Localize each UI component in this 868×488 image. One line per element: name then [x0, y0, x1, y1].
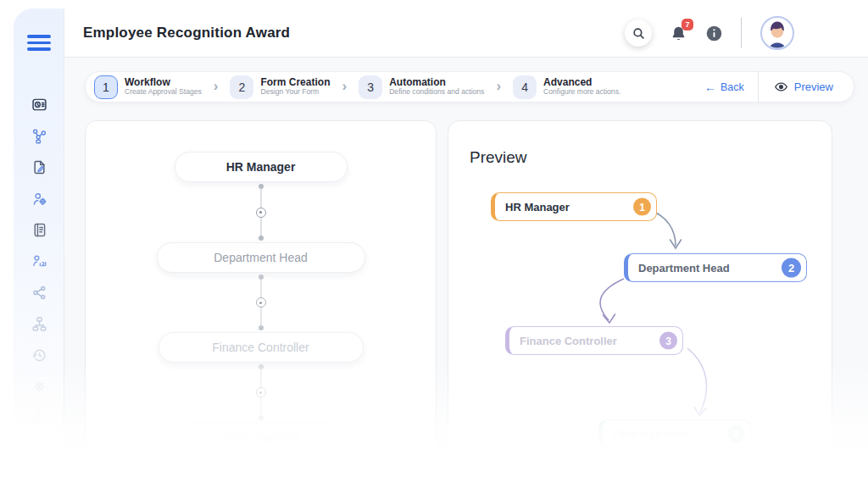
share-network-icon[interactable] [31, 284, 48, 302]
step-title: Automation [389, 77, 484, 89]
hamburger-menu-icon[interactable] [27, 35, 51, 51]
stage-connector [255, 364, 267, 420]
step-workflow[interactable]: 1 Workflow Create Approval Stages [94, 75, 202, 99]
stepper-steps: 1 Workflow Create Approval Stages › 2 Fo… [94, 75, 691, 99]
info-icon[interactable] [705, 25, 723, 42]
step-subtitle: Design Your Form [260, 88, 330, 97]
history-icon[interactable] [31, 347, 48, 364]
chevron-right-icon: › [484, 78, 513, 97]
preview-card-label: HR Manager [505, 201, 570, 214]
preview-heading: Preview [470, 148, 527, 167]
preview-card-label: Final Approval [613, 428, 689, 441]
step-title: Workflow [125, 77, 202, 89]
sidebar [14, 8, 64, 488]
step-subtitle: Create Approval Stages [125, 88, 202, 97]
stage-number-badge: 3 [659, 332, 677, 350]
stage-number-badge: 4 [727, 425, 745, 443]
step-subtitle: Define conditions and actions [389, 88, 484, 97]
user-id-icon[interactable] [31, 252, 48, 270]
step-title: Advanced [543, 77, 620, 89]
connector-node-button[interactable] [256, 387, 266, 397]
stepper-bar: 1 Workflow Create Approval Stages › 2 Fo… [85, 71, 854, 103]
preview-label: Preview [794, 80, 833, 93]
content-area: 1 Workflow Create Approval Stages › 2 Fo… [64, 58, 868, 488]
back-arrow-icon: ← [704, 80, 716, 94]
step-number: 4 [513, 75, 537, 99]
step-number: 1 [94, 75, 118, 99]
step-number: 3 [359, 75, 382, 99]
preview-card-finance-controller: Finance Controller 3 [505, 326, 683, 355]
app-window: Employee Recognition Award 7 [14, 8, 868, 488]
preview-card-department-head: Department Head 2 [624, 253, 807, 282]
stage-connector [255, 184, 267, 241]
step-title: Form Creation [260, 77, 330, 89]
preview-card-label: Department Head [638, 262, 730, 274]
stage-pill-finance-controller[interactable]: Finance Controller [159, 332, 364, 363]
eye-icon [774, 80, 788, 94]
header-actions: 7 [625, 8, 795, 58]
notification-badge: 7 [682, 19, 693, 30]
form-edit-icon[interactable] [31, 158, 48, 176]
org-chart-icon[interactable] [31, 315, 48, 333]
notebook-icon[interactable] [31, 221, 48, 239]
preview-card-label: Finance Controller [520, 335, 617, 347]
step-subtitle: Configure more actions. [543, 88, 620, 97]
step-number: 2 [230, 75, 253, 99]
preview-card-hr-manager: HR Manager 1 [491, 192, 657, 221]
connector-node-button[interactable] [256, 297, 266, 308]
header: Employee Recognition Award 7 [64, 8, 868, 58]
stage-number-badge: 1 [633, 198, 651, 216]
preview-button[interactable]: Preview [759, 80, 849, 94]
user-settings-icon[interactable] [31, 190, 48, 208]
search-icon[interactable] [625, 19, 652, 47]
automation-icon[interactable] [31, 378, 48, 396]
back-label: Back [721, 81, 744, 93]
back-button[interactable]: ← Back [691, 80, 758, 94]
preview-panel: Preview HR Manager 1 Department Head 2 [448, 120, 832, 488]
header-divider [741, 18, 742, 48]
connector-node-button[interactable] [256, 208, 266, 218]
avatar[interactable] [760, 15, 795, 51]
chevron-right-icon: › [202, 78, 231, 97]
workflow-builder-panel: HR Manager Department Head Finance Contr… [85, 120, 437, 488]
chevron-right-icon: › [330, 78, 359, 97]
step-advanced[interactable]: 4 Advanced Configure more actions. [513, 75, 620, 99]
hierarchy-icon[interactable] [31, 409, 48, 427]
stage-pill-final-approval[interactable]: Final Approval [178, 422, 344, 452]
page-title: Employee Recognition Award [83, 25, 290, 42]
workflow-nodes-icon[interactable] [31, 127, 48, 145]
stage-pill-department-head[interactable]: Department Head [157, 242, 365, 273]
preview-card-final-approval: Final Approval 4 [598, 419, 751, 448]
sidebar-icon-list [14, 96, 64, 427]
stage-pill-hr-manager[interactable]: HR Manager [175, 152, 348, 182]
step-form-creation[interactable]: 2 Form Creation Design Your Form [230, 75, 330, 99]
stage-connector [255, 274, 267, 330]
stepper-controls: ← Back Preview [691, 72, 849, 102]
stage-number-badge: 2 [782, 258, 801, 278]
bell-icon[interactable]: 7 [670, 25, 687, 42]
step-automation[interactable]: 3 Automation Define conditions and actio… [359, 75, 484, 99]
time-dashboard-icon[interactable] [31, 96, 48, 114]
